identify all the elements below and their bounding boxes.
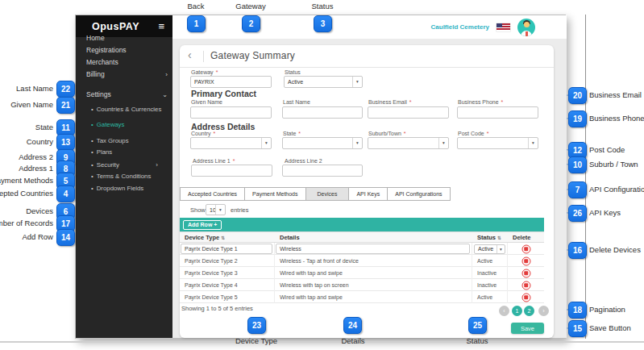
- status-select[interactable]: Active▾: [284, 76, 363, 88]
- chevron-right-icon: ›: [165, 71, 168, 78]
- bullet-icon: •: [91, 121, 93, 128]
- annotation-label-accepted-countries: Accepted Countries: [0, 189, 53, 198]
- business-email-label: Business Email*: [368, 99, 412, 105]
- last-name-label: Last Name: [283, 99, 310, 105]
- pagination-next-button[interactable]: ›: [538, 306, 549, 316]
- required-marker: *: [501, 99, 504, 105]
- annotation-label-api-keys: API Keys: [589, 208, 621, 217]
- address-line-1-input[interactable]: [191, 165, 272, 177]
- sidebar-item-merchants[interactable]: Merchants: [86, 57, 168, 67]
- business-phone-input[interactable]: [457, 106, 538, 119]
- gateway-input[interactable]: PAYRIX: [190, 76, 272, 88]
- tab-devices[interactable]: Devices: [305, 187, 350, 201]
- suburb-town-select[interactable]: ▾: [368, 137, 449, 149]
- required-marker: *: [487, 131, 489, 136]
- delete-row-button[interactable]: [521, 256, 530, 265]
- business-email-input[interactable]: [368, 106, 449, 119]
- table-row: Payrix Device Type 4 Wireless with tap o…: [180, 279, 544, 291]
- address-line-2-input[interactable]: [282, 165, 363, 177]
- bullet-icon: •: [91, 161, 93, 169]
- dropdown-arrow-icon: ▾: [261, 138, 271, 148]
- sidebar-item-dropdown-fields[interactable]: •Dropdown Fields: [91, 184, 168, 193]
- pagination-prev-button[interactable]: ‹: [499, 306, 509, 316]
- annotation-label-address-2: Address 2: [19, 152, 53, 161]
- details-cell: Wired with tap and swipe: [275, 267, 472, 279]
- state-select[interactable]: ▾: [282, 137, 363, 149]
- device-type-input[interactable]: Payrix Device Type 1: [181, 244, 272, 254]
- show-label: Show: [190, 206, 206, 214]
- delete-row-button[interactable]: [521, 281, 530, 290]
- status-cell: Active: [472, 291, 508, 303]
- status-cell: Inactive: [472, 279, 508, 291]
- state-label: State*: [283, 131, 301, 136]
- required-marker: *: [404, 131, 406, 136]
- status-label: Status: [285, 69, 301, 75]
- dropdown-arrow-icon: ▾: [352, 138, 362, 148]
- last-name-input[interactable]: [282, 106, 363, 119]
- delete-row-button[interactable]: [521, 293, 530, 302]
- callout-20: 20: [568, 87, 587, 104]
- entries-label: entries: [231, 206, 249, 214]
- row-status-select[interactable]: Active▾: [474, 244, 505, 254]
- callout-7: 7: [568, 181, 587, 198]
- us-flag-icon: [497, 23, 510, 31]
- tab-api-configurations[interactable]: API Configurations: [387, 187, 450, 201]
- tab-payment-methods[interactable]: Payment Methods: [244, 187, 305, 201]
- device-type-cell: Payrix Device Type 5: [180, 291, 275, 303]
- sidebar-item-security[interactable]: •Security›: [91, 160, 168, 169]
- annotated-screenshot: OpusPAY ≡ Home Registrations Merchants B…: [0, 0, 644, 350]
- sidebar-item-home[interactable]: Home: [86, 33, 168, 43]
- sidebar-item-registrations[interactable]: Registrations: [86, 45, 168, 55]
- sidebar-item-billing[interactable]: Billing›: [86, 69, 168, 79]
- given-name-input[interactable]: [190, 106, 272, 119]
- callout-2: 2: [242, 15, 260, 32]
- add-row-button[interactable]: Add Row +: [183, 220, 222, 230]
- avatar[interactable]: [517, 19, 535, 36]
- pagination-page-1[interactable]: 1: [512, 306, 522, 316]
- sidebar-item-gateways[interactable]: •Gateways: [91, 120, 168, 129]
- details-input[interactable]: Wireless: [276, 244, 470, 254]
- post-code-select[interactable]: ▾: [457, 137, 538, 149]
- callout-1: 1: [187, 15, 206, 32]
- device-type-cell: Payrix Device Type 2: [180, 255, 275, 267]
- pagination-page-2[interactable]: 2: [524, 306, 534, 316]
- account-name-link[interactable]: Caulfield Cemetery: [431, 23, 489, 31]
- sidebar-item-terms-conditions[interactable]: •Terms & Conditions: [91, 172, 168, 181]
- annotation-label-suburb-town: Suburb / Town: [589, 160, 638, 169]
- annotation-label-business-phone: Business Phone: [589, 114, 644, 123]
- country-select[interactable]: ▾: [190, 137, 272, 149]
- column-header-device-type[interactable]: Device Type⇅: [180, 232, 275, 244]
- tab-accepted-countries[interactable]: Accepted Countries: [180, 187, 245, 201]
- status-cell: Active: [472, 255, 508, 267]
- sidebar-item-plans[interactable]: •Plans: [91, 148, 168, 156]
- column-header-delete: Delete: [508, 232, 544, 244]
- sidebar-item-tax-groups[interactable]: •Tax Groups: [91, 136, 168, 145]
- required-marker: *: [233, 158, 235, 164]
- back-button[interactable]: ‹: [188, 48, 192, 61]
- given-name-label: Given Name: [191, 99, 222, 105]
- suburb-town-label: Suburb/Town*: [368, 131, 406, 136]
- annotation-label-country: Country: [27, 137, 53, 146]
- annotation-label-status-bottom: Status: [445, 336, 509, 345]
- annotation-label-business-email: Business Email: [589, 90, 642, 99]
- chevron-right-icon: ›: [156, 161, 158, 169]
- entries-count-select[interactable]: 10▾: [206, 204, 226, 215]
- annotation-label-add-row: Add Row: [22, 232, 53, 241]
- table-toolbar: Add Row +: [180, 218, 544, 231]
- annotation-label-last-name: Last Name: [16, 84, 53, 93]
- sidebar-item-countries-currencies[interactable]: •Countries & Currencies: [91, 105, 168, 114]
- address-line-1-label: Address Line 1*: [193, 158, 235, 164]
- column-header-status[interactable]: Status⇅: [472, 232, 508, 244]
- hamburger-menu-icon[interactable]: ≡: [158, 21, 164, 31]
- save-button[interactable]: Save: [511, 323, 544, 334]
- delete-row-button[interactable]: [521, 244, 530, 253]
- callout-22: 22: [56, 81, 75, 98]
- annotation-label-address-1: Address 1: [19, 164, 53, 173]
- callout-24: 24: [343, 317, 362, 334]
- sidebar-item-settings[interactable]: Settings⌄: [86, 90, 168, 99]
- country-label: Country*: [191, 131, 215, 136]
- delete-row-button[interactable]: [521, 269, 530, 277]
- column-header-details[interactable]: Details: [275, 232, 472, 244]
- tab-api-keys[interactable]: API Keys: [348, 187, 388, 201]
- details-cell: Wireless with tap on screen: [275, 279, 472, 291]
